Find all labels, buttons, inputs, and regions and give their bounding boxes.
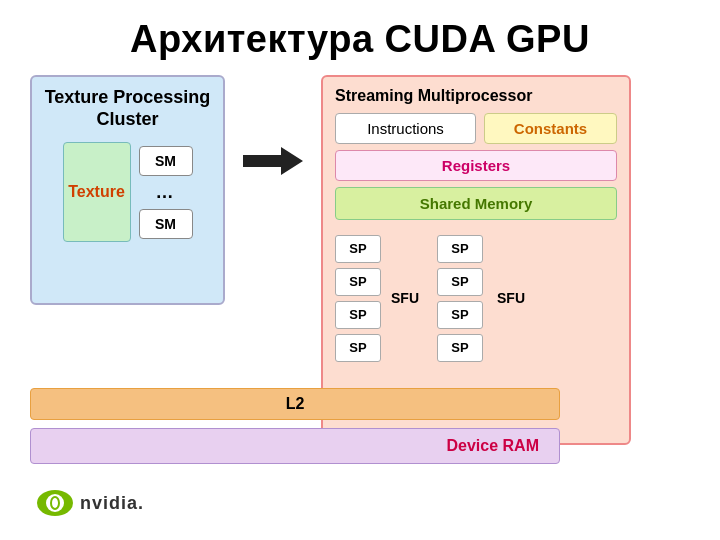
- device-ram-bar: Device RAM: [30, 428, 560, 464]
- sp-cell: SP: [335, 334, 381, 362]
- constants-box: Constants: [484, 113, 617, 144]
- texture-box: Texture: [63, 142, 131, 242]
- l2-bar: L2: [30, 388, 560, 420]
- sp-cell: SP: [437, 268, 483, 296]
- sp-cell: SP: [437, 235, 483, 263]
- sm-mp-title: Streaming Multiprocessor: [335, 87, 617, 105]
- tpc-box: Texture Processing Cluster Texture SM … …: [30, 75, 225, 305]
- sfu-cell-2: SFU: [493, 228, 529, 368]
- instructions-box: Instructions: [335, 113, 476, 144]
- registers-box: Registers: [335, 150, 617, 181]
- sp-col-1: SP SP SP SP: [335, 235, 381, 362]
- nvidia-eye-icon: [36, 489, 74, 517]
- svg-marker-0: [243, 147, 303, 175]
- tpc-title: Texture Processing Cluster: [44, 87, 211, 130]
- arrow-icon: [243, 145, 303, 177]
- sp-cell: SP: [437, 334, 483, 362]
- sp-cell: SP: [335, 301, 381, 329]
- sp-cell: SP: [335, 268, 381, 296]
- sp-cell: SP: [437, 301, 483, 329]
- page-title: Архитектура CUDA GPU: [0, 0, 720, 71]
- arrow-container: [243, 145, 303, 177]
- sfu-cell-1: SFU: [387, 228, 423, 368]
- nvidia-text: nvidia.: [80, 493, 144, 514]
- shared-memory-box: Shared Memory: [335, 187, 617, 220]
- sm-box-bottom: SM: [139, 209, 193, 239]
- sp-col-2: SP SP SP SP: [437, 235, 483, 362]
- sm-box-top: SM: [139, 146, 193, 176]
- svg-point-4: [52, 498, 58, 508]
- sm-dots: …: [156, 182, 176, 203]
- nvidia-logo: nvidia.: [36, 478, 144, 528]
- sp-cell: SP: [335, 235, 381, 263]
